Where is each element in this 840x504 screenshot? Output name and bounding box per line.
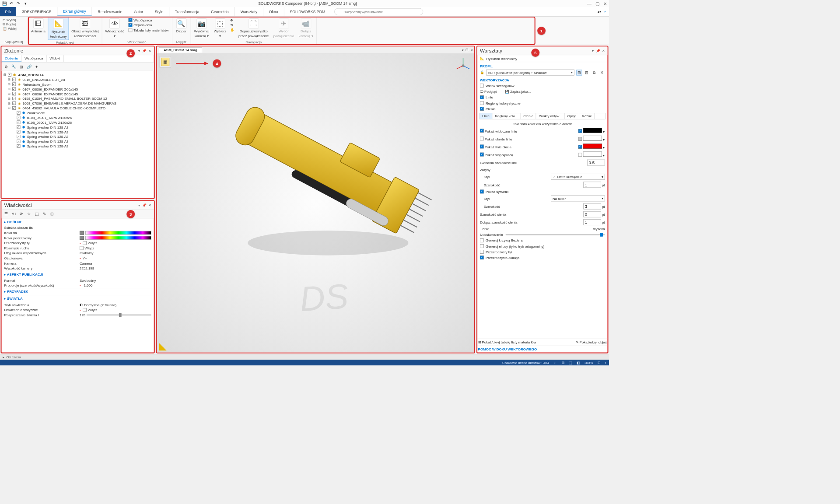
save-icon[interactable]: 💾: [2, 1, 7, 6]
global-width-input[interactable]: [587, 160, 605, 166]
tree-tool-3-icon[interactable]: ⊞: [19, 64, 24, 70]
assembly-tree[interactable]: ⊟◉ASM_BOOM 14 ⊞◉0315_ENSAMBLE BUT_28⊞◉Re…: [2, 71, 154, 198]
panel-pin-icon[interactable]: 📌: [596, 49, 600, 52]
status-icon-5[interactable]: ⊡: [598, 360, 601, 364]
maximize-icon[interactable]: ▢: [595, 1, 599, 6]
lines-toggle[interactable]: Linie: [479, 94, 606, 100]
assembly-tab[interactable]: Złożenie: [2, 55, 21, 62]
silhouette-toggle[interactable]: Pokaż sylwetki: [479, 189, 606, 194]
vp-close-icon[interactable]: ✕: [470, 48, 473, 52]
redo-icon[interactable]: ↷: [16, 1, 21, 6]
toggle-annotations-button[interactable]: ✎ Pokaż/ukryj objaś: [576, 340, 607, 344]
model-view[interactable]: [195, 82, 443, 268]
profile-combo[interactable]: HLR (Silhouette per object) + Shadow▾: [486, 70, 574, 76]
vector-view-help[interactable]: POMOC WIDOKU WEKTOROWEGO: [477, 346, 607, 352]
preview-button[interactable]: 🖵 Podgląd: [480, 90, 497, 94]
tree-item[interactable]: ⬢Spring washer DIN 128-A8: [4, 130, 152, 134]
prop-tool-2-icon[interactable]: A↓: [11, 211, 17, 217]
timeline-bar[interactable]: ▸Oś czasu: [0, 354, 609, 360]
status-icon-3[interactable]: ⬚: [569, 360, 572, 364]
file-menu[interactable]: Plik: [0, 7, 16, 16]
tab-home[interactable]: Ekran główny: [57, 7, 92, 16]
prop-tool-5-icon[interactable]: ⬚: [34, 211, 40, 217]
panel-close-icon[interactable]: ✕: [148, 203, 151, 207]
tree-item[interactable]: ⊞◉0158_01004_PASAMURO SMALL BOLTER BOOM …: [4, 96, 152, 101]
minimize-icon[interactable]: —: [587, 1, 592, 6]
ws-tab-regions[interactable]: Regiony kolo...: [492, 113, 521, 119]
vector-view-button[interactable]: ▦: [161, 58, 169, 66]
attach-shadow-input[interactable]: [583, 219, 601, 225]
tree-item[interactable]: ⊞◉Retractable_Boom: [4, 82, 152, 87]
prop-tool-1-icon[interactable]: ☰: [4, 211, 9, 217]
axis-triad-icon[interactable]: [455, 56, 471, 72]
transparent-occlusion-toggle[interactable]: Przezroczysta okluzja: [479, 255, 606, 260]
collab-color[interactable]: [583, 152, 602, 157]
section-case[interactable]: ▸ PRZYPADEK: [2, 288, 154, 295]
section-lights[interactable]: ▸ ŚWIATŁA: [2, 295, 154, 302]
toggle-bom-button[interactable]: ⊞ Pokaż/ukryj tabelę listy materia łów: [478, 340, 536, 344]
section-publish[interactable]: ▸ ASPEKT PUBLIKACJI: [2, 271, 154, 278]
bom-toggle[interactable]: Tabela listy materiałów: [128, 28, 169, 32]
undo-icon[interactable]: ↶: [9, 1, 14, 6]
vp-restore-icon[interactable]: ❐: [466, 48, 469, 52]
ws-tab-shadows[interactable]: Cienie: [521, 113, 536, 119]
ws-tab-hotspots[interactable]: Punkty aktyw...: [536, 113, 565, 119]
tree-tool-2-icon[interactable]: 🔧: [11, 64, 17, 70]
tab-author[interactable]: Autor: [128, 7, 149, 16]
tree-item[interactable]: ⬢Spring washer DIN 128-A8: [4, 139, 152, 144]
cut-button[interactable]: ✂ Wytnij: [3, 18, 16, 22]
help-icon[interactable]: ?: [604, 10, 606, 14]
tree-item[interactable]: ⬢Zamkniecie: [4, 110, 152, 115]
status-icon-1[interactable]: ↔: [553, 360, 557, 364]
saveas-button[interactable]: 💾 Zapisz jako...: [505, 89, 531, 93]
profile-tool-4-icon[interactable]: ✕: [599, 70, 605, 75]
ws-tab-lines[interactable]: Linie: [480, 113, 492, 119]
technical-drawing-button[interactable]: 📐Rysunektechniczny: [48, 17, 69, 40]
status-icon-4[interactable]: ◧: [577, 360, 580, 364]
digger-button[interactable]: 🔍Digger: [173, 17, 189, 35]
visible-lines-color[interactable]: [583, 128, 602, 133]
viewport-tab[interactable]: ASM_BOOM 14.smg: [159, 47, 202, 52]
prop-tool-4-icon[interactable]: ☆: [26, 211, 32, 217]
search-input[interactable]: [334, 8, 423, 15]
panel-close-icon[interactable]: ✕: [148, 49, 151, 52]
tab-transform[interactable]: Transformacja: [169, 7, 205, 16]
tree-item[interactable]: ⬢Spring washer DIN 128-A8: [4, 125, 152, 130]
tree-item[interactable]: ⊞◉0315_ENSAMBLE BUT_28: [4, 77, 152, 82]
close-icon[interactable]: ✕: [603, 1, 607, 6]
tab-pdm[interactable]: SOLIDWORKS PDM: [284, 7, 331, 16]
visibility-button[interactable]: 👁Widoczność▾: [103, 17, 126, 39]
panel-menu-icon[interactable]: ▾: [138, 49, 140, 52]
collaboration-toggle[interactable]: Współpraca: [128, 18, 169, 22]
views-tab[interactable]: Widoki: [46, 55, 63, 62]
copy-button[interactable]: ⧉ Kopiuj: [3, 22, 16, 26]
silh-style-combo[interactable]: Na aktor▾: [551, 196, 605, 202]
attach-camera-button[interactable]: 📹Dołączkamerę ▾: [297, 17, 315, 39]
nav-tool-icon[interactable]: ✥: [230, 18, 234, 22]
prop-tool-6-icon[interactable]: ✎: [42, 211, 47, 217]
tree-tool-4-icon[interactable]: 🔗: [26, 64, 32, 70]
align-camera-button[interactable]: 📷Wyrównajkamerę ▾: [192, 17, 211, 39]
shadows-toggle[interactable]: Cienie: [479, 106, 606, 112]
regions-toggle[interactable]: Regiony kolorystyczne: [479, 100, 606, 106]
nav-rotate-icon[interactable]: ⟲: [230, 23, 234, 27]
outline-style-combo[interactable]: ⟋ Ostre krawędzie▾: [551, 174, 605, 180]
select-button[interactable]: ⬚Wybierz▾: [212, 17, 228, 39]
tree-tool-1-icon[interactable]: ⚙: [4, 64, 9, 70]
ws-tab-misc[interactable]: Różne: [579, 113, 595, 119]
tree-item[interactable]: ⬢Spring washer DIN 128-A8: [4, 144, 152, 148]
hires-image-button[interactable]: 🖼Obraz w wysokiejrozdzielczości: [70, 17, 101, 39]
tree-item[interactable]: ⬢Spring washer DIN 128-A8: [4, 134, 152, 139]
silh-width-input[interactable]: [583, 203, 601, 210]
shadow-width-input[interactable]: [583, 211, 601, 217]
tab-workshops[interactable]: Warsztaty: [235, 7, 263, 16]
tree-item[interactable]: ⬢0108_05001_TAPA Ø120x26: [4, 120, 152, 125]
profile-tool-2-icon[interactable]: ⊟: [584, 70, 590, 75]
tree-root[interactable]: ASM_BOOM 14: [18, 73, 43, 77]
vp-menu-icon[interactable]: ▾: [462, 48, 464, 52]
cut-lines-color[interactable]: [583, 144, 602, 149]
collaboration-tab[interactable]: Współpraca: [21, 55, 46, 62]
tree-item[interactable]: ⊞◉0107_00006_EXPANDER Ø60x145: [4, 91, 152, 96]
prop-tool-3-icon[interactable]: ⟳: [19, 211, 24, 217]
ellipse-toggle[interactable]: Generuj elipsy (tylko tryb ortogonalny): [479, 243, 606, 249]
